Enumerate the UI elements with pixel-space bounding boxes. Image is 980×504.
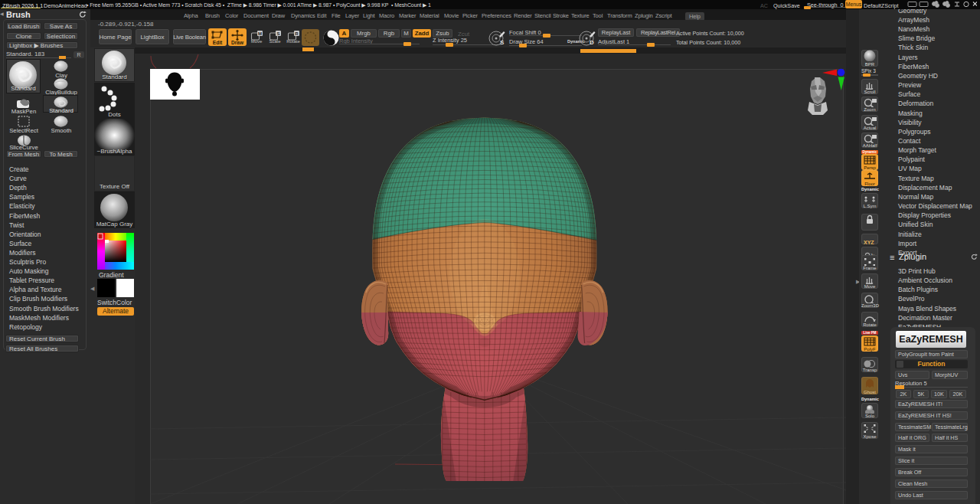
svg-text:R: R: [295, 31, 299, 36]
svg-text:XYZ: XYZ: [864, 240, 874, 244]
svg-text:S: S: [500, 39, 505, 46]
svg-text:S: S: [276, 31, 279, 36]
svg-text:M: M: [258, 31, 262, 36]
svg-text:D: D: [590, 39, 594, 46]
